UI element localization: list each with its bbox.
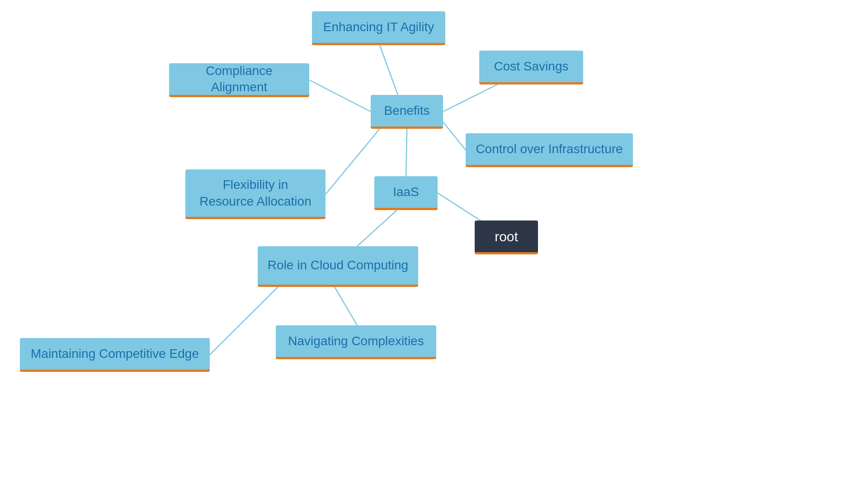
node-root-label: root — [495, 228, 518, 245]
node-control-label: Control over Infrastructure — [476, 141, 623, 157]
svg-line-6 — [326, 129, 380, 194]
node-enhancing[interactable]: Enhancing IT Agility — [312, 11, 445, 45]
node-role[interactable]: Role in Cloud Computing — [258, 246, 418, 287]
svg-line-3 — [380, 45, 398, 95]
node-benefits-label: Benefits — [384, 103, 429, 119]
node-root[interactable]: root — [475, 221, 538, 254]
node-benefits[interactable]: Benefits — [371, 95, 443, 129]
node-role-label: Role in Cloud Computing — [268, 257, 408, 273]
svg-line-9 — [335, 287, 357, 325]
node-flexibility[interactable]: Flexibility in Resource Allocation — [185, 169, 326, 219]
node-iaas-label: IaaS — [393, 184, 419, 200]
node-maintaining[interactable]: Maintaining Competitive Edge — [20, 338, 210, 372]
connections-layer — [0, 0, 868, 488]
svg-line-5 — [443, 84, 497, 112]
svg-line-2 — [357, 210, 397, 246]
svg-line-7 — [443, 122, 466, 150]
node-maintaining-label: Maintaining Competitive Edge — [31, 346, 199, 362]
svg-line-4 — [309, 80, 371, 112]
node-navigating[interactable]: Navigating Complexities — [276, 325, 436, 359]
node-navigating-label: Navigating Complexities — [288, 333, 424, 349]
node-iaas[interactable]: IaaS — [374, 176, 438, 210]
svg-line-1 — [406, 129, 407, 176]
node-cost[interactable]: Cost Savings — [479, 51, 583, 84]
node-compliance-label: Compliance Alignment — [178, 63, 300, 96]
node-compliance[interactable]: Compliance Alignment — [169, 63, 309, 97]
node-enhancing-label: Enhancing IT Agility — [323, 19, 434, 35]
node-control[interactable]: Control over Infrastructure — [466, 133, 633, 167]
node-flexibility-label: Flexibility in Resource Allocation — [194, 177, 316, 210]
node-cost-label: Cost Savings — [494, 58, 569, 75]
